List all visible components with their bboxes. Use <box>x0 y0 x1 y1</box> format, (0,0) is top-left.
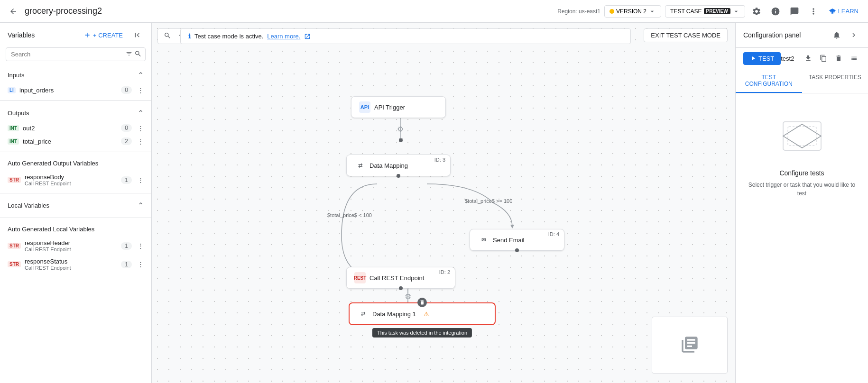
condition-left: $total_price$ < 100 <box>327 212 372 218</box>
download-button[interactable] <box>802 52 815 65</box>
call-rest-node[interactable]: ID: 2 REST Call REST Endpoint <box>346 267 455 289</box>
var-more-icon[interactable]: ⋮ <box>138 176 144 183</box>
canvas-content: ℹ Test case mode is active. Learn more. … <box>152 23 735 383</box>
data-mapping-node[interactable]: ID: 3 ⇄ Data Mapping <box>346 155 451 176</box>
sidebar-header: Variables + CREATE <box>0 23 151 47</box>
var-more-icon[interactable]: ⋮ <box>138 138 144 145</box>
var-more-icon[interactable]: ⋮ <box>138 87 144 94</box>
search-input[interactable] <box>6 47 146 61</box>
send-email-node[interactable]: ID: 4 ✉ Send Email <box>470 229 564 251</box>
learn-more-link[interactable]: Learn more. <box>267 33 300 40</box>
list-item: INT out2 0 ⋮ <box>8 121 144 135</box>
collapse-sidebar-button[interactable] <box>130 28 144 42</box>
tab-test-configuration[interactable]: TEST CONFIGURATION <box>736 69 802 93</box>
var-more-icon[interactable]: ⋮ <box>138 125 144 132</box>
mini-canvas-icon <box>680 335 699 356</box>
app-title: grocery-processing2 <box>25 6 554 16</box>
var-name: total_price <box>23 138 117 145</box>
settings-button[interactable] <box>749 4 764 19</box>
preview-chip: PREVIEW <box>704 8 730 14</box>
var-more-icon[interactable]: ⋮ <box>138 261 144 268</box>
delete-button[interactable] <box>832 52 845 65</box>
gear-icon-2: ⚙ <box>405 292 411 301</box>
exit-test-case-button[interactable]: EXIT TEST CASE MODE <box>644 28 728 42</box>
config-panel-title: Configuration panel <box>743 31 801 39</box>
configure-illustration <box>774 112 831 160</box>
rest-icon: REST <box>354 272 366 283</box>
sidebar: Variables + CREATE Inpu <box>0 23 152 383</box>
send-email-id: ID: 4 <box>548 231 559 237</box>
inputs-header[interactable]: Inputs ⌃ <box>8 67 144 83</box>
type-badge-int: INT <box>8 138 19 145</box>
call-rest-label: Call REST Endpoint <box>369 274 424 282</box>
version-dot <box>609 9 614 14</box>
test-button[interactable]: TEST <box>743 52 781 65</box>
canvas-area[interactable]: ℹ Test case mode is active. Learn more. … <box>152 23 735 383</box>
close-panel-button[interactable] <box>847 28 860 42</box>
svg-marker-3 <box>510 225 514 228</box>
back-button[interactable] <box>6 4 21 19</box>
outputs-collapse-icon: ⌃ <box>138 109 144 118</box>
tab-task-properties[interactable]: TASK PROPERTIES <box>802 69 868 93</box>
auto-output-header: Auto Generated Output Variables <box>8 156 144 171</box>
chat-button[interactable] <box>787 4 802 19</box>
sidebar-title: Variables <box>8 31 35 39</box>
zoom-in-button[interactable] <box>162 31 173 42</box>
api-trigger-label: API Trigger <box>374 104 405 111</box>
svg-marker-1 <box>399 138 403 142</box>
learn-button[interactable]: LEARN <box>825 6 862 17</box>
mini-canvas <box>652 317 728 374</box>
var-name: responseStatus <box>25 258 117 265</box>
test2-label: test2 <box>781 55 794 62</box>
delete-chip[interactable] <box>417 298 427 307</box>
configure-title: Configure tests <box>779 169 824 177</box>
search-bar <box>6 47 146 61</box>
list-item: INT total_price 2 ⋮ <box>8 135 144 148</box>
local-collapse-icon: ⌃ <box>138 201 144 210</box>
create-button[interactable]: + CREATE <box>80 29 127 41</box>
copy-button[interactable] <box>817 52 830 65</box>
dm-icon: ⇄ <box>354 160 366 171</box>
var-name: input_orders <box>19 87 117 94</box>
right-panel-actions <box>830 28 860 42</box>
auto-local-section: Auto Generated Local Variables STR respo… <box>0 222 151 274</box>
var-more-icon[interactable]: ⋮ <box>138 242 144 249</box>
outputs-header[interactable]: Outputs ⌃ <box>8 105 144 121</box>
inputs-collapse-icon: ⌃ <box>138 71 144 80</box>
var-source: Call REST Endpoint <box>25 265 117 271</box>
dm1-icon: ⇄ <box>357 308 369 319</box>
version-label: VERSION 2 <box>616 8 646 15</box>
type-badge-str: STR <box>8 261 21 267</box>
bell-button[interactable] <box>830 28 843 42</box>
divider-3 <box>0 193 151 193</box>
local-title: Local Variables <box>8 202 49 209</box>
local-header[interactable]: Local Variables ⌃ <box>8 197 144 214</box>
more-button[interactable] <box>806 4 821 19</box>
data-mapping-1-node[interactable]: ⇄ Data Mapping 1 ⚠ This task was deleted… <box>349 302 496 325</box>
var-name: out2 <box>23 125 117 132</box>
email-icon: ✉ <box>478 234 489 246</box>
right-panel-toolbar: TEST test2 <box>736 48 868 69</box>
test-case-banner: ℹ Test case mode is active. Learn more. <box>180 28 631 44</box>
test-btn-label: TEST <box>758 55 774 62</box>
api-icon: API <box>359 101 370 113</box>
test-case-badge[interactable]: TEST CASE PREVIEW <box>665 5 745 18</box>
warning-icon: ⚠ <box>424 310 429 318</box>
main-layout: Variables + CREATE Inpu <box>0 23 868 383</box>
version-badge[interactable]: VERSION 2 <box>604 5 661 18</box>
send-email-label: Send Email <box>493 237 524 244</box>
var-count: 0 <box>121 86 132 94</box>
auto-output-section: Auto Generated Output Variables STR resp… <box>0 156 151 189</box>
data-mapping-id: ID: 3 <box>434 157 445 163</box>
call-rest-id: ID: 2 <box>439 269 450 275</box>
api-trigger-node[interactable]: API API Trigger <box>351 96 446 118</box>
var-count: 0 <box>121 124 132 132</box>
outputs-section: Outputs ⌃ INT out2 0 ⋮ INT total_price 2… <box>0 105 151 148</box>
var-count: 1 <box>121 176 132 184</box>
var-count: 1 <box>121 242 132 250</box>
info-button[interactable] <box>768 4 783 19</box>
filter-icon[interactable] <box>126 50 132 58</box>
list-button[interactable] <box>847 52 860 65</box>
inputs-title: Inputs <box>8 72 24 79</box>
var-source: Call REST Endpoint <box>25 246 117 252</box>
